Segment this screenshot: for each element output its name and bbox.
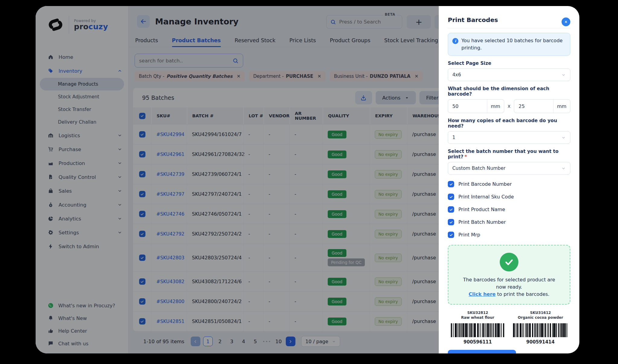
- width-input[interactable]: 50 mm: [448, 99, 504, 113]
- required-marker: *: [465, 154, 467, 160]
- barcode-bar: [480, 323, 481, 337]
- barcode-bar: [565, 323, 566, 337]
- barcode-bar: [495, 323, 496, 337]
- barcode-bar: [485, 323, 485, 337]
- barcode-bar: [455, 323, 457, 337]
- barcode-bar: [457, 323, 457, 337]
- barcode-bar: [471, 323, 472, 337]
- barcode-bar: [493, 323, 494, 337]
- barcode-bar: [462, 323, 463, 337]
- check-icon: [449, 207, 453, 212]
- panel-title: Print Barcodes: [448, 16, 570, 24]
- barcode-bar: [515, 323, 515, 337]
- barcode-bar: [492, 323, 493, 337]
- barcode-sku: SKU32812: [449, 311, 506, 315]
- barcode-bar: [465, 323, 467, 337]
- print-option[interactable]: Print Barcode Number: [448, 181, 570, 187]
- barcode-bar: [547, 323, 548, 337]
- selection-alert: i You have selected 10 batches for barco…: [448, 33, 570, 56]
- barcode-bar: [553, 323, 555, 337]
- close-button[interactable]: [562, 17, 570, 26]
- barcode-bar: [453, 323, 454, 337]
- height-input[interactable]: 25 mm: [514, 99, 570, 113]
- option-checkbox[interactable]: [448, 219, 454, 225]
- check-icon: [449, 182, 453, 186]
- barcode-image: [449, 323, 506, 337]
- barcode-product-name: Raw wheat flour: [449, 315, 506, 320]
- chevron-down-icon: [561, 73, 566, 77]
- check-icon: [449, 220, 453, 224]
- page-size-label: Select Page Size: [448, 61, 570, 66]
- barcode-bar: [541, 323, 543, 337]
- option-checkbox[interactable]: [448, 206, 454, 213]
- app-window: Powered by procuzy HomeInventoryManage P…: [36, 6, 579, 353]
- selection-alert-text: You have selected 10 batches for barcode…: [461, 37, 566, 52]
- barcode-bar: [487, 323, 489, 337]
- barcode-bar: [489, 323, 490, 337]
- barcode-bar: [526, 323, 527, 337]
- barcode-bar: [532, 323, 533, 337]
- success-check-icon: [500, 253, 518, 271]
- barcode-bar: [474, 323, 476, 337]
- barcode-bar: [552, 323, 553, 337]
- barcode-bar: [529, 323, 531, 337]
- barcode-bar: [539, 323, 540, 337]
- barcode-bar: [497, 323, 499, 337]
- barcode-bar: [556, 323, 557, 337]
- chevron-down-icon: [561, 135, 566, 140]
- copies-select[interactable]: 1: [448, 131, 570, 144]
- barcode-preview: SKU31612Organic cocoa powder900591414: [512, 311, 569, 345]
- check-icon: [449, 195, 453, 199]
- chevron-down-icon: [561, 166, 566, 171]
- barcode-bar: [482, 323, 483, 337]
- barcode-bar: [545, 323, 546, 337]
- barcode-bar: [500, 323, 500, 337]
- success-text: The barcodes for selected product are no…: [454, 276, 564, 298]
- batch-number-label: Select the batch number that you want to…: [448, 149, 570, 160]
- barcode-product-name: Organic cocoa powder: [512, 315, 569, 320]
- barcode-bar: [501, 323, 502, 337]
- barcode-bar: [535, 323, 536, 337]
- barcode-bar: [473, 323, 473, 337]
- dimension-inputs: 50 mm x 25 mm: [448, 99, 570, 113]
- barcode-bar: [503, 323, 504, 337]
- barcode-bar: [496, 323, 497, 337]
- barcode-bar: [458, 323, 459, 337]
- print-barcodes-panel: Print Barcodes i You have selected 10 ba…: [439, 6, 579, 353]
- barcode-bar: [563, 323, 565, 337]
- generate-barcodes-button[interactable]: Generate Barcodes: [448, 350, 516, 353]
- copies-label: How many copies of each barcode do you n…: [448, 118, 570, 129]
- barcode-bar: [522, 323, 523, 337]
- option-label: Print Batch Number: [458, 219, 506, 225]
- print-option[interactable]: Print Mrp: [448, 232, 570, 238]
- barcode-sku: SKU31612: [512, 311, 569, 315]
- barcode-bar: [562, 323, 562, 337]
- height-unit: mm: [553, 100, 570, 113]
- dimension-label: What should be the dimension of each bar…: [448, 86, 570, 97]
- barcode-bar: [483, 323, 484, 337]
- barcode-bar: [477, 323, 478, 337]
- width-unit: mm: [487, 100, 504, 113]
- barcode-bar: [523, 323, 524, 337]
- option-label: Print Internal Sku Code: [458, 194, 514, 200]
- option-checkbox[interactable]: [448, 232, 454, 238]
- barcode-bar: [560, 323, 562, 337]
- print-option[interactable]: Print Batch Number: [448, 219, 570, 225]
- print-option[interactable]: Print Product Name: [448, 206, 570, 213]
- click-here-link[interactable]: Click here: [469, 291, 495, 297]
- batch-number-select[interactable]: Custom Batch Number: [448, 162, 570, 175]
- option-checkbox[interactable]: [448, 194, 454, 200]
- option-label: Print Mrp: [458, 232, 480, 238]
- barcode-bar: [544, 323, 544, 337]
- success-box: The barcodes for selected product are no…: [448, 245, 570, 305]
- barcode-bar: [567, 323, 567, 337]
- barcode-bar: [470, 323, 470, 337]
- option-checkbox[interactable]: [448, 181, 454, 187]
- print-option[interactable]: Print Internal Sku Code: [448, 194, 570, 200]
- barcode-bar: [540, 323, 541, 337]
- page-size-select[interactable]: 4x6: [448, 68, 570, 81]
- barcode-bar: [479, 323, 479, 337]
- barcode-preview: SKU32812Raw wheat flour900596111: [449, 311, 506, 345]
- barcode-bar: [525, 323, 526, 337]
- info-icon: i: [452, 38, 458, 44]
